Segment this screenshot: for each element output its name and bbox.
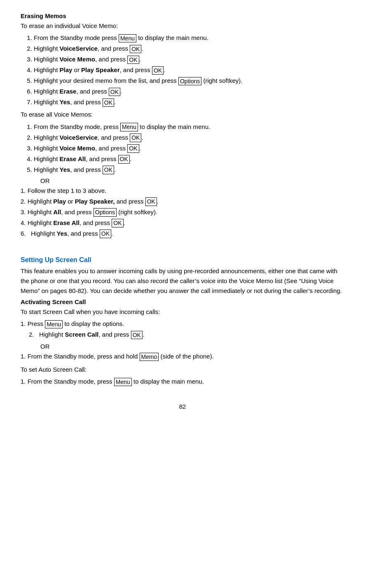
or-step-1: 1. From the Standby mode, press and hold… [21,351,344,361]
alt-step-1: 1. Follow the step 1 to 3 above. [21,186,344,196]
erase-individual-steps: From the Standby mode press Menu to disp… [34,33,344,107]
page-number: 82 [21,403,344,410]
ok-box-11: OK [112,219,123,227]
menu-box-2: Menu [120,123,138,131]
ok-box-6: OK [130,134,141,142]
options-box-1: Options [178,77,201,85]
or-separator-2: OR [40,343,344,350]
to-set-auto: To set Auto Screen Call: [21,365,344,374]
setting-up-screen-call-title: Setting Up Screen Call [21,256,344,264]
erase-all-intro: To erase all Voice Memos: [21,110,344,119]
step-1: From the Standby mode press Menu to disp… [34,33,344,43]
step-5: Highlight your desired memo from the lis… [34,76,344,86]
page-content: Erasing Memos To erase an individual Voi… [21,12,344,387]
act-step-2: 2. Highlight Screen Call, and press OK. [29,330,344,340]
activating-intro: To start Screen Call when you have incom… [21,307,344,316]
memo-box-1: Memo [140,353,159,361]
alt-step-3: 3. Highlight All, and press Options (rig… [21,207,344,217]
ok-box-9: OK [103,166,114,174]
all-step-4: Highlight Erase All, and press OK. [34,154,344,164]
alt-step-4: 4. Highlight Erase All, and press OK. [21,218,344,228]
step-7: Highlight Yes, and press OK. [34,97,344,107]
auto-step-1: 1. From the Standby mode, press Menu to … [21,377,344,387]
erasing-memos-title: Erasing Memos [21,12,344,19]
ok-box-2: OK [127,56,139,64]
step-2: Highlight VoiceService, and press OK. [34,44,344,54]
all-step-2: Highlight VoiceService, and press OK. [34,133,344,143]
or-separator-1: OR [40,177,344,184]
ok-box-3: OK [152,66,164,75]
ok-box-13: OK [131,331,143,339]
step-3: Highlight Voice Memo, and press OK. [34,54,344,64]
all-step-3: Highlight Voice Memo, and press OK. [34,143,344,153]
ok-box-5: OK [103,98,114,107]
options-box-2: Options [94,208,117,216]
erase-all-steps: From the Standby mode, press Menu to dis… [34,122,344,175]
setting-up-body: This feature enables you to answer incom… [21,266,344,296]
alt-step-6: 6. Highlight Yes, and press OK. [21,229,344,239]
all-step-1: From the Standby mode, press Menu to dis… [34,122,344,132]
or-steps: 1. From the Standby mode, press and hold… [21,351,344,361]
alt-step-2: 2. Highlight Play or Play Speaker, and p… [21,197,344,206]
alternate-steps: 1. Follow the step 1 to 3 above. 2. High… [21,186,344,239]
ok-box-8: OK [118,155,130,163]
activating-steps: 1. Press Menu to display the options. 2.… [21,319,344,340]
ok-box-4: OK [109,88,120,96]
ok-box-1: OK [130,45,141,53]
menu-box-4: Menu [114,378,132,386]
step-6: Highlight Erase, and press OK. [34,87,344,96]
all-step-5: Highlight Yes, and press OK. [34,165,344,175]
act-step-1: 1. Press Menu to display the options. [21,319,344,329]
activating-screen-call-title: Activating Screen Call [21,298,344,305]
ok-box-10: OK [145,197,157,206]
menu-box-1: Menu [119,34,136,42]
ok-box-7: OK [127,144,139,152]
menu-box-3: Menu [45,320,63,328]
ok-box-12: OK [100,230,111,238]
step-4: Highlight Play or Play Speaker, and pres… [34,65,344,75]
erase-individual-intro: To erase an individual Voice Memo: [21,21,344,30]
